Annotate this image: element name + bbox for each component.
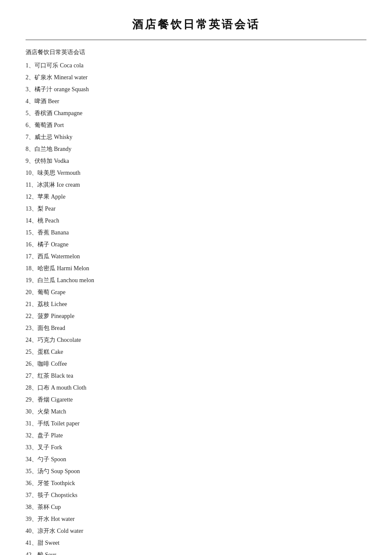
list-item: 39、开水 Hot water xyxy=(26,513,366,525)
list-item: 16、橘子 Oragne xyxy=(26,239,366,251)
list-item: 23、面包 Bread xyxy=(26,322,366,334)
list-item: 6、葡萄酒 Port xyxy=(26,119,366,131)
list-item: 40、凉开水 Cold water xyxy=(26,525,366,537)
list-item: 7、威士忌 Whisky xyxy=(26,131,366,143)
list-item: 36、牙签 Toothpick xyxy=(26,477,366,489)
list-item: 15、香蕉 Banana xyxy=(26,227,366,239)
list-item: 5、香槟酒 Champagne xyxy=(26,107,366,119)
list-item: 22、菠萝 Pineapple xyxy=(26,310,366,322)
list-item: 12、苹果 Apple xyxy=(26,191,366,203)
list-item: 4、啤酒 Beer xyxy=(26,95,366,107)
list-item: 9、伏特加 Vodka xyxy=(26,155,366,167)
list-item: 42、酸 Sour xyxy=(26,549,366,555)
list-item: 18、哈密瓜 Harmi Melon xyxy=(26,263,366,275)
list-item: 28、口布 A mouth Cloth xyxy=(26,382,366,394)
list-item: 26、咖啡 Coffee xyxy=(26,358,366,370)
list-item: 37、筷子 Chopsticks xyxy=(26,489,366,501)
list-item: 10、味美思 Vermouth xyxy=(26,167,366,179)
section-header: 酒店餐饮日常英语会话 xyxy=(26,49,366,56)
list-item: 2、矿泉水 Mineral water xyxy=(26,72,366,84)
list-item: 11、冰淇淋 Ice cream xyxy=(26,179,366,191)
list-item: 1、可口可乐 Coca cola xyxy=(26,60,366,72)
list-item: 19、白兰瓜 Lanchou melon xyxy=(26,275,366,286)
list-item: 33、叉子 Fork xyxy=(26,442,366,454)
list-item: 24、巧克力 Chocolate xyxy=(26,334,366,346)
page-title: 酒店餐饮日常英语会话 xyxy=(26,17,366,32)
list-item: 25、蛋糕 Cake xyxy=(26,346,366,358)
list-item: 13、梨 Pear xyxy=(26,203,366,215)
list-item: 21、荔枝 Lichee xyxy=(26,298,366,310)
list-item: 3、橘子汁 orange Squash xyxy=(26,84,366,95)
list-item: 41、甜 Sweet xyxy=(26,537,366,549)
items-list: 1、可口可乐 Coca cola2、矿泉水 Mineral water3、橘子汁… xyxy=(26,60,366,555)
list-item: 31、手纸 Toilet paper xyxy=(26,418,366,430)
list-item: 29、香烟 Cigarette xyxy=(26,394,366,406)
list-item: 20、葡萄 Grape xyxy=(26,286,366,298)
list-item: 8、白兰地 Brandy xyxy=(26,143,366,155)
divider xyxy=(26,40,366,40)
list-item: 32、盘子 Plate xyxy=(26,430,366,442)
list-item: 17、西瓜 Watermelon xyxy=(26,251,366,263)
list-item: 27、红茶 Black tea xyxy=(26,370,366,382)
list-item: 35、汤勺 Soup Spoon xyxy=(26,465,366,477)
list-item: 30、火柴 Match xyxy=(26,406,366,418)
list-item: 14、桃 Peach xyxy=(26,215,366,227)
list-item: 34、勺子 Spoon xyxy=(26,454,366,465)
list-item: 38、茶杯 Cup xyxy=(26,501,366,513)
